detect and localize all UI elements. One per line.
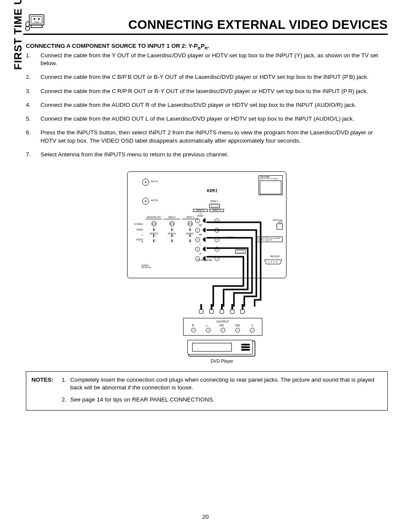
optical-label: OPTICAL OUT	[272, 219, 283, 224]
dvd-player-icon	[187, 340, 253, 355]
tv-center-label: TV AS CENTER	[198, 260, 212, 262]
chapter-tab: FIRST TIME USE	[12, 0, 24, 70]
rs232c-label: RS-232C	[270, 255, 280, 258]
audio-hifi-label: AUDIO TO HI-FI	[141, 264, 150, 269]
svg-point-16	[188, 221, 193, 226]
svg-point-21	[268, 261, 269, 262]
page-number: 20	[0, 513, 411, 520]
ant-b-jack	[142, 198, 149, 205]
panel-jack-grid: MONITOR OUT INPUT 4 INPUT 3 S-VIDEO VIDE…	[132, 217, 198, 243]
step-item: Press the the INPUTS button, then select…	[26, 129, 388, 144]
svg-point-11	[170, 221, 174, 226]
notes-box: NOTES: Completely insert the connection …	[26, 371, 388, 411]
svg-point-18	[191, 223, 192, 224]
svg-point-2	[34, 18, 35, 20]
step-item: Connect the cable from the Y OUT of the …	[26, 52, 388, 67]
dvd-output-panel: OUTPUT R L PR PB Y	[183, 318, 262, 336]
dvd-caption: DVD Player	[157, 359, 286, 364]
tv-rear-panel: ANT A ANT B CableCARD (Top of card faces…	[127, 171, 286, 278]
step-item: Select Antenna from the INPUTS menu to r…	[26, 151, 388, 159]
svg-point-24	[276, 261, 277, 262]
svg-point-13	[173, 223, 174, 224]
cable-plugs	[127, 304, 286, 316]
notes-label: NOTES:	[31, 376, 58, 404]
ant-a-jack	[142, 179, 149, 186]
note-item: Completely insert the connection cord pl…	[62, 376, 382, 392]
cablecard-slot: CableCARD (Top of card faces right)	[258, 175, 283, 195]
svg-point-9	[153, 224, 153, 225]
instruction-list: Connect the cable from the Y OUT of the …	[26, 52, 388, 159]
hdmi-logo: HDMI	[207, 189, 218, 193]
hdmi2-label: HDMI 2	[227, 236, 235, 239]
optical-port	[277, 224, 283, 230]
svg-point-14	[171, 224, 171, 225]
svg-point-17	[189, 223, 190, 224]
rs232c-port	[264, 259, 283, 265]
step-item: Connect the cable from the AUDIO OUT R o…	[26, 101, 388, 109]
upgrade-box: For Future Soft- ware upgrade only. Not …	[256, 236, 283, 242]
step-item: Connect the cable from the C R/P R OUT o…	[26, 87, 388, 95]
ant-a-label: ANT A	[151, 180, 158, 183]
svg-point-12	[171, 223, 171, 224]
svg-point-19	[189, 224, 190, 225]
svg-point-10	[155, 224, 156, 225]
svg-point-23	[274, 261, 274, 262]
ant-b-label: ANT B	[151, 199, 158, 202]
step-item: Connect the cable from the AUDIO OUT L o…	[26, 115, 388, 123]
svg-point-22	[271, 261, 272, 262]
svg-point-8	[155, 223, 156, 224]
manual-mascot-icon	[23, 13, 47, 32]
svg-point-15	[173, 224, 174, 225]
input-1-2-column: INPUT 2 INPUT 1 Y/ VIDEO PB PR L	[193, 209, 224, 261]
section-heading: CONNECTING A COMPONENT SOURCE TO INPUT 1…	[26, 43, 388, 49]
hdmi1-label: HDMI 1	[210, 200, 218, 203]
page-title: CONNECTING EXTERNAL VIDEO DEVICES	[47, 18, 388, 32]
hdmi1-port	[209, 204, 220, 208]
svg-point-7	[153, 223, 153, 224]
step-item: Connect the cable from the C B/P B OUT o…	[26, 73, 388, 81]
title-rule	[23, 34, 388, 35]
svg-point-3	[38, 18, 40, 20]
svg-point-6	[152, 221, 156, 226]
svg-point-20	[191, 224, 192, 225]
hdmi2-port	[235, 249, 246, 254]
note-item: See page 14 for tips on REAR PANEL CONNE…	[62, 396, 382, 404]
connection-diagram: ANT A ANT B CableCARD (Top of card faces…	[127, 171, 286, 364]
svg-rect-4	[31, 25, 42, 28]
